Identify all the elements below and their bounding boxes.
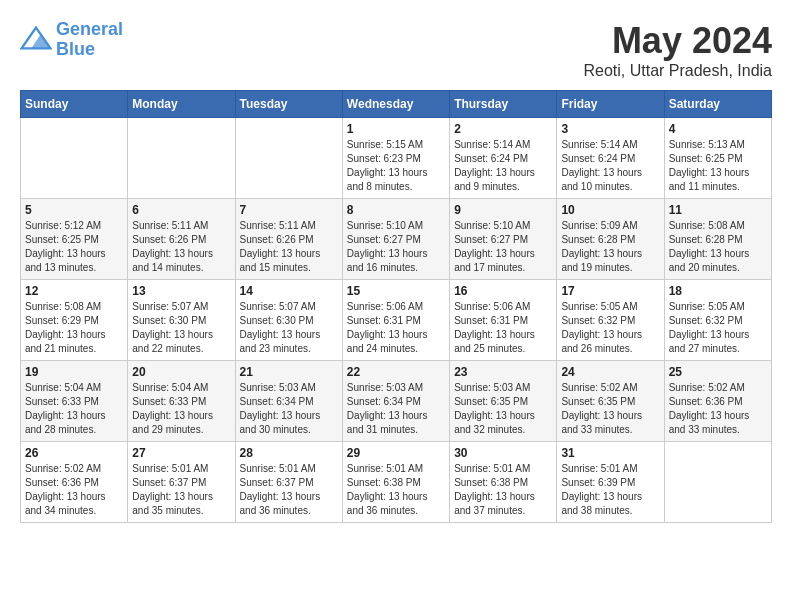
day-number: 27 xyxy=(132,446,230,460)
svg-marker-2 xyxy=(31,34,50,48)
calendar-cell xyxy=(235,118,342,199)
day-number: 1 xyxy=(347,122,445,136)
day-number: 12 xyxy=(25,284,123,298)
day-of-week-header: Wednesday xyxy=(342,91,449,118)
day-info: Sunrise: 5:01 AM Sunset: 6:37 PM Dayligh… xyxy=(132,462,230,518)
day-number: 30 xyxy=(454,446,552,460)
day-info: Sunrise: 5:04 AM Sunset: 6:33 PM Dayligh… xyxy=(25,381,123,437)
calendar-cell: 28Sunrise: 5:01 AM Sunset: 6:37 PM Dayli… xyxy=(235,442,342,523)
calendar-cell: 21Sunrise: 5:03 AM Sunset: 6:34 PM Dayli… xyxy=(235,361,342,442)
day-number: 24 xyxy=(561,365,659,379)
calendar-cell: 23Sunrise: 5:03 AM Sunset: 6:35 PM Dayli… xyxy=(450,361,557,442)
day-number: 13 xyxy=(132,284,230,298)
day-info: Sunrise: 5:03 AM Sunset: 6:34 PM Dayligh… xyxy=(240,381,338,437)
day-of-week-header: Friday xyxy=(557,91,664,118)
calendar-cell xyxy=(21,118,128,199)
day-number: 21 xyxy=(240,365,338,379)
calendar-week-row: 1Sunrise: 5:15 AM Sunset: 6:23 PM Daylig… xyxy=(21,118,772,199)
day-number: 14 xyxy=(240,284,338,298)
day-info: Sunrise: 5:11 AM Sunset: 6:26 PM Dayligh… xyxy=(132,219,230,275)
day-info: Sunrise: 5:03 AM Sunset: 6:34 PM Dayligh… xyxy=(347,381,445,437)
calendar-cell: 9Sunrise: 5:10 AM Sunset: 6:27 PM Daylig… xyxy=(450,199,557,280)
day-number: 29 xyxy=(347,446,445,460)
day-of-week-header: Saturday xyxy=(664,91,771,118)
header: General Blue May 2024 Reoti, Uttar Prade… xyxy=(20,20,772,80)
day-number: 10 xyxy=(561,203,659,217)
day-info: Sunrise: 5:07 AM Sunset: 6:30 PM Dayligh… xyxy=(240,300,338,356)
calendar-cell: 3Sunrise: 5:14 AM Sunset: 6:24 PM Daylig… xyxy=(557,118,664,199)
day-number: 18 xyxy=(669,284,767,298)
calendar-cell: 12Sunrise: 5:08 AM Sunset: 6:29 PM Dayli… xyxy=(21,280,128,361)
day-info: Sunrise: 5:04 AM Sunset: 6:33 PM Dayligh… xyxy=(132,381,230,437)
day-info: Sunrise: 5:01 AM Sunset: 6:39 PM Dayligh… xyxy=(561,462,659,518)
calendar-cell xyxy=(128,118,235,199)
calendar-cell: 6Sunrise: 5:11 AM Sunset: 6:26 PM Daylig… xyxy=(128,199,235,280)
main-title: May 2024 xyxy=(583,20,772,62)
day-number: 15 xyxy=(347,284,445,298)
day-info: Sunrise: 5:08 AM Sunset: 6:29 PM Dayligh… xyxy=(25,300,123,356)
logo-icon xyxy=(20,26,52,54)
day-info: Sunrise: 5:14 AM Sunset: 6:24 PM Dayligh… xyxy=(454,138,552,194)
day-info: Sunrise: 5:08 AM Sunset: 6:28 PM Dayligh… xyxy=(669,219,767,275)
calendar-cell: 11Sunrise: 5:08 AM Sunset: 6:28 PM Dayli… xyxy=(664,199,771,280)
calendar-week-row: 19Sunrise: 5:04 AM Sunset: 6:33 PM Dayli… xyxy=(21,361,772,442)
calendar-week-row: 26Sunrise: 5:02 AM Sunset: 6:36 PM Dayli… xyxy=(21,442,772,523)
day-number: 4 xyxy=(669,122,767,136)
calendar-cell: 5Sunrise: 5:12 AM Sunset: 6:25 PM Daylig… xyxy=(21,199,128,280)
calendar-cell: 10Sunrise: 5:09 AM Sunset: 6:28 PM Dayli… xyxy=(557,199,664,280)
calendar-week-row: 12Sunrise: 5:08 AM Sunset: 6:29 PM Dayli… xyxy=(21,280,772,361)
day-number: 5 xyxy=(25,203,123,217)
calendar-cell: 22Sunrise: 5:03 AM Sunset: 6:34 PM Dayli… xyxy=(342,361,449,442)
day-number: 20 xyxy=(132,365,230,379)
calendar-cell: 29Sunrise: 5:01 AM Sunset: 6:38 PM Dayli… xyxy=(342,442,449,523)
calendar-cell: 7Sunrise: 5:11 AM Sunset: 6:26 PM Daylig… xyxy=(235,199,342,280)
day-info: Sunrise: 5:02 AM Sunset: 6:36 PM Dayligh… xyxy=(669,381,767,437)
calendar-cell: 2Sunrise: 5:14 AM Sunset: 6:24 PM Daylig… xyxy=(450,118,557,199)
day-number: 25 xyxy=(669,365,767,379)
day-info: Sunrise: 5:06 AM Sunset: 6:31 PM Dayligh… xyxy=(347,300,445,356)
day-of-week-header: Sunday xyxy=(21,91,128,118)
day-info: Sunrise: 5:14 AM Sunset: 6:24 PM Dayligh… xyxy=(561,138,659,194)
calendar-cell: 25Sunrise: 5:02 AM Sunset: 6:36 PM Dayli… xyxy=(664,361,771,442)
day-info: Sunrise: 5:01 AM Sunset: 6:38 PM Dayligh… xyxy=(347,462,445,518)
calendar-table: SundayMondayTuesdayWednesdayThursdayFrid… xyxy=(20,90,772,523)
calendar-cell: 15Sunrise: 5:06 AM Sunset: 6:31 PM Dayli… xyxy=(342,280,449,361)
day-number: 6 xyxy=(132,203,230,217)
day-number: 9 xyxy=(454,203,552,217)
calendar-cell: 19Sunrise: 5:04 AM Sunset: 6:33 PM Dayli… xyxy=(21,361,128,442)
logo-line2: Blue xyxy=(56,39,95,59)
day-info: Sunrise: 5:01 AM Sunset: 6:38 PM Dayligh… xyxy=(454,462,552,518)
day-number: 2 xyxy=(454,122,552,136)
calendar-cell: 30Sunrise: 5:01 AM Sunset: 6:38 PM Dayli… xyxy=(450,442,557,523)
day-info: Sunrise: 5:02 AM Sunset: 6:36 PM Dayligh… xyxy=(25,462,123,518)
calendar-cell: 27Sunrise: 5:01 AM Sunset: 6:37 PM Dayli… xyxy=(128,442,235,523)
svg-rect-0 xyxy=(20,26,52,54)
calendar-cell: 26Sunrise: 5:02 AM Sunset: 6:36 PM Dayli… xyxy=(21,442,128,523)
day-of-week-header: Tuesday xyxy=(235,91,342,118)
day-info: Sunrise: 5:02 AM Sunset: 6:35 PM Dayligh… xyxy=(561,381,659,437)
calendar-cell: 8Sunrise: 5:10 AM Sunset: 6:27 PM Daylig… xyxy=(342,199,449,280)
calendar-cell xyxy=(664,442,771,523)
day-number: 22 xyxy=(347,365,445,379)
calendar-cell: 13Sunrise: 5:07 AM Sunset: 6:30 PM Dayli… xyxy=(128,280,235,361)
day-info: Sunrise: 5:01 AM Sunset: 6:37 PM Dayligh… xyxy=(240,462,338,518)
calendar-cell: 18Sunrise: 5:05 AM Sunset: 6:32 PM Dayli… xyxy=(664,280,771,361)
day-number: 11 xyxy=(669,203,767,217)
day-info: Sunrise: 5:03 AM Sunset: 6:35 PM Dayligh… xyxy=(454,381,552,437)
subtitle: Reoti, Uttar Pradesh, India xyxy=(583,62,772,80)
calendar-week-row: 5Sunrise: 5:12 AM Sunset: 6:25 PM Daylig… xyxy=(21,199,772,280)
day-info: Sunrise: 5:10 AM Sunset: 6:27 PM Dayligh… xyxy=(454,219,552,275)
calendar-cell: 24Sunrise: 5:02 AM Sunset: 6:35 PM Dayli… xyxy=(557,361,664,442)
day-info: Sunrise: 5:12 AM Sunset: 6:25 PM Dayligh… xyxy=(25,219,123,275)
day-number: 23 xyxy=(454,365,552,379)
calendar-cell: 31Sunrise: 5:01 AM Sunset: 6:39 PM Dayli… xyxy=(557,442,664,523)
calendar-cell: 20Sunrise: 5:04 AM Sunset: 6:33 PM Dayli… xyxy=(128,361,235,442)
logo-text: General Blue xyxy=(56,20,123,60)
calendar-cell: 14Sunrise: 5:07 AM Sunset: 6:30 PM Dayli… xyxy=(235,280,342,361)
day-of-week-header: Thursday xyxy=(450,91,557,118)
title-area: May 2024 Reoti, Uttar Pradesh, India xyxy=(583,20,772,80)
day-info: Sunrise: 5:05 AM Sunset: 6:32 PM Dayligh… xyxy=(561,300,659,356)
calendar-cell: 17Sunrise: 5:05 AM Sunset: 6:32 PM Dayli… xyxy=(557,280,664,361)
day-number: 31 xyxy=(561,446,659,460)
day-number: 19 xyxy=(25,365,123,379)
